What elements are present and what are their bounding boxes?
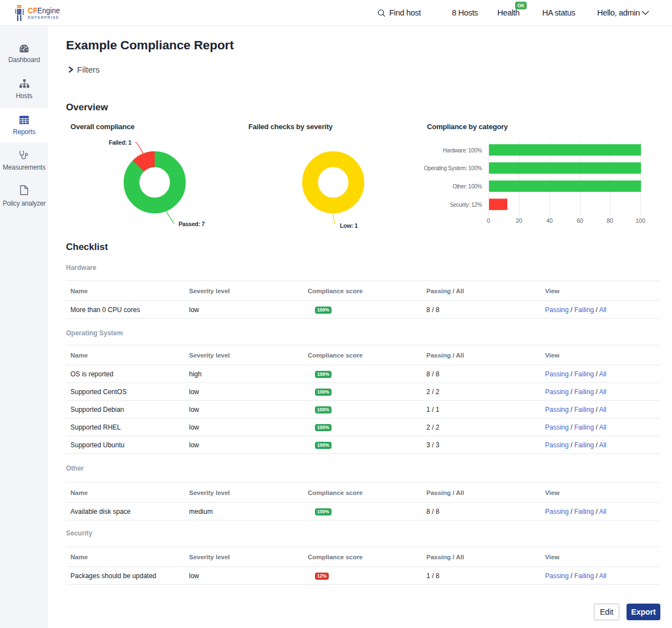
svg-text:0: 0 xyxy=(487,217,490,224)
svg-text:20: 20 xyxy=(516,217,522,224)
svg-text:Other: 100%: Other: 100% xyxy=(452,183,482,190)
svg-text:80: 80 xyxy=(607,217,613,224)
svg-text:Operating System: 100%: Operating System: 100% xyxy=(424,165,482,171)
svg-text:Security: 12%: Security: 12% xyxy=(450,202,482,208)
svg-text:40: 40 xyxy=(546,217,553,224)
svg-text:Hardware: 100%: Hardware: 100% xyxy=(443,147,482,154)
svg-text:Passed: 7: Passed: 7 xyxy=(179,221,205,227)
svg-text:Failed: 1: Failed: 1 xyxy=(109,139,131,146)
svg-text:100: 100 xyxy=(635,217,645,224)
svg-text:Low: 1: Low: 1 xyxy=(340,222,358,229)
svg-text:60: 60 xyxy=(577,217,583,224)
